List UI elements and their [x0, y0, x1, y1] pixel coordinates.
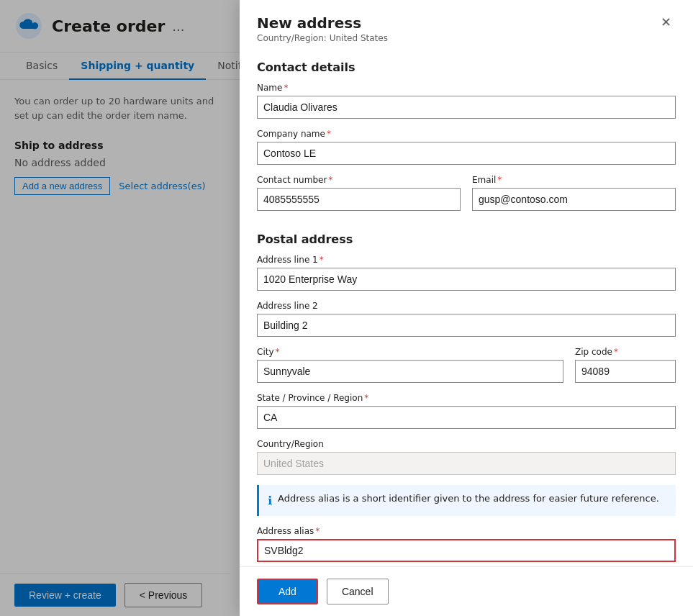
state-field-group: State / Province / Region*	[257, 393, 676, 429]
modal-title: New address	[257, 14, 388, 32]
email-input[interactable]	[472, 188, 676, 211]
name-field-group: Name*	[257, 83, 676, 119]
email-label: Email*	[472, 175, 676, 185]
company-name-field-group: Company name*	[257, 129, 676, 165]
state-input[interactable]	[257, 406, 676, 429]
state-label: State / Province / Region*	[257, 393, 676, 403]
address-line2-input[interactable]	[257, 314, 676, 337]
cancel-button[interactable]: Cancel	[327, 579, 389, 604]
contact-details-section-title: Contact details	[257, 60, 676, 74]
add-button[interactable]: Add	[257, 579, 318, 604]
info-text: Address alias is a short identifier give…	[278, 492, 659, 505]
contact-email-row: Contact number* Email*	[257, 175, 676, 221]
name-label: Name*	[257, 83, 676, 93]
country-field-group: Country/Region	[257, 439, 676, 475]
country-input	[257, 452, 676, 475]
postal-address-section-title: Postal address	[257, 232, 676, 246]
address-line2-label: Address line 2	[257, 301, 676, 311]
modal-close-button[interactable]: ✕	[656, 14, 676, 30]
city-field-group: City*	[257, 347, 563, 383]
info-icon: ℹ	[268, 493, 272, 509]
city-label: City*	[257, 347, 563, 357]
country-label: Country/Region	[257, 439, 676, 449]
address-alias-input[interactable]	[257, 539, 676, 562]
email-field-group: Email*	[472, 175, 676, 211]
modal-body: Contact details Name* Company name* Cont…	[240, 49, 693, 566]
city-zip-row: City* Zip code*	[257, 347, 676, 393]
contact-number-input[interactable]	[257, 188, 461, 211]
modal-footer: Add Cancel	[240, 566, 693, 616]
address-line1-field-group: Address line 1*	[257, 255, 676, 291]
zip-code-field-group: Zip code*	[575, 347, 676, 383]
address-alias-field-group: Address alias*	[257, 526, 676, 562]
address-line2-field-group: Address line 2	[257, 301, 676, 337]
contact-number-field-group: Contact number*	[257, 175, 461, 211]
modal-title-group: New address Country/Region: United State…	[257, 14, 388, 43]
address-alias-label: Address alias*	[257, 526, 676, 536]
modal-header: New address Country/Region: United State…	[240, 0, 693, 49]
company-name-label: Company name*	[257, 129, 676, 139]
company-required: *	[327, 129, 331, 139]
new-address-modal: New address Country/Region: United State…	[240, 0, 693, 616]
zip-code-label: Zip code*	[575, 347, 676, 357]
address-line1-label: Address line 1*	[257, 255, 676, 265]
city-input[interactable]	[257, 360, 563, 383]
address-alias-info-box: ℹ Address alias is a short identifier gi…	[257, 485, 676, 516]
name-required: *	[284, 83, 288, 93]
company-name-input[interactable]	[257, 142, 676, 165]
name-input[interactable]	[257, 96, 676, 119]
zip-code-input[interactable]	[575, 360, 676, 383]
contact-number-label: Contact number*	[257, 175, 461, 185]
modal-subtitle: Country/Region: United States	[257, 33, 388, 43]
address-line1-input[interactable]	[257, 268, 676, 291]
